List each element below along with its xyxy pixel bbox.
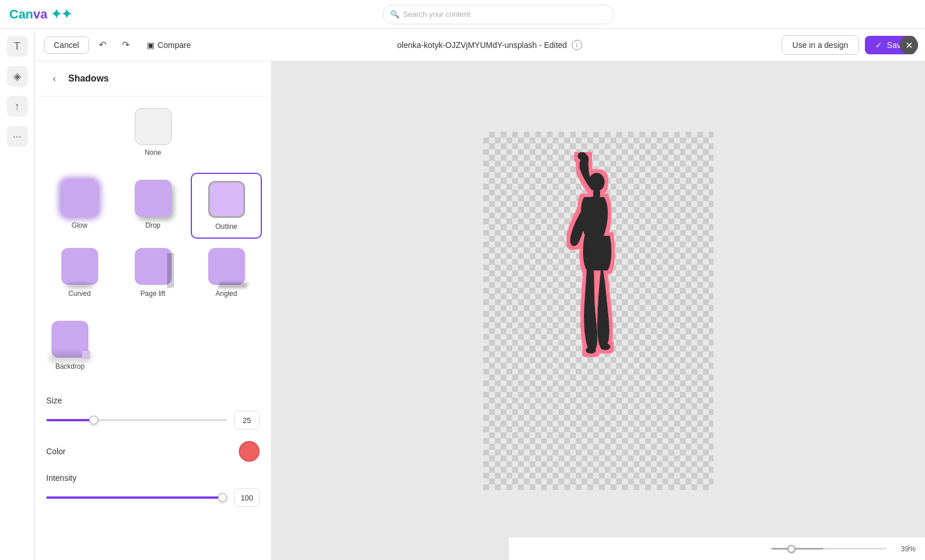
- rail-icon-more[interactable]: ···: [7, 126, 28, 147]
- info-icon[interactable]: i: [572, 40, 582, 50]
- file-name: olenka-kotyk-OJZVjMYUMdY-unsplash - Edit…: [397, 40, 567, 50]
- shadow-item-drop[interactable]: Drop: [117, 173, 188, 239]
- shadow-item-angled[interactable]: Angled: [191, 241, 262, 305]
- logo-accent: ✦✦: [51, 7, 72, 21]
- shadow-label-backdrop: Backdrop: [56, 362, 85, 370]
- shadow-preview-backdrop: [51, 321, 88, 358]
- zoom-slider[interactable]: [771, 548, 887, 550]
- shadow-item-outline[interactable]: Outline: [191, 173, 262, 239]
- header-search[interactable]: 🔍 Search your content: [383, 5, 614, 24]
- left-panel: ‹ Shadows None Glow: [35, 61, 272, 560]
- shadow-label-pagelift: Page lift: [140, 290, 165, 298]
- topbar-right: Use in a design ✓ Save: [782, 35, 916, 55]
- rail-icon-uploads[interactable]: ↑: [7, 96, 28, 117]
- zoom-slider-container: [771, 548, 887, 550]
- size-label: Size: [46, 396, 260, 405]
- shadow-backdrop-corner: [82, 351, 90, 359]
- shadow-preview-glow: [61, 180, 98, 217]
- cancel-button[interactable]: Cancel: [44, 36, 89, 54]
- svg-rect-3: [591, 196, 597, 238]
- shadow-label-none: None: [145, 149, 161, 157]
- dancer-svg: [541, 152, 656, 464]
- modal: Cancel ↶ ↷ ▣ Compare olenka-kotyk-OJZVjM…: [35, 29, 925, 560]
- svg-point-5: [600, 343, 610, 350]
- close-button[interactable]: ✕: [900, 36, 918, 54]
- shadow-preview-outline: [208, 181, 245, 218]
- shadow-item-curved[interactable]: Curved: [44, 241, 115, 305]
- color-control: Color: [46, 441, 260, 462]
- back-button[interactable]: ‹: [46, 71, 62, 87]
- intensity-control: Intensity 100: [46, 473, 260, 507]
- compare-icon: ▣: [147, 40, 154, 50]
- redo-button[interactable]: ↷: [117, 36, 135, 54]
- shadow-label-outline: Outline: [215, 222, 237, 231]
- shadow-item-glow[interactable]: Glow: [44, 173, 115, 239]
- shadow-preview-angled: [208, 248, 245, 285]
- canvas-content: [483, 132, 713, 490]
- size-value: 25: [234, 411, 260, 429]
- shadow-preview-none: [135, 108, 172, 145]
- canva-header: Canva ✦✦ 🔍 Search your content: [0, 0, 925, 29]
- color-row: Color: [46, 441, 260, 462]
- search-placeholder: Search your content: [403, 10, 470, 18]
- topbar: Cancel ↶ ↷ ▣ Compare olenka-kotyk-OJZVjM…: [35, 29, 925, 61]
- topbar-left: Cancel ↶ ↷ ▣ Compare: [44, 36, 198, 54]
- dancer-figure: [570, 152, 612, 354]
- shadow-item-pagelift[interactable]: Page lift: [117, 241, 188, 305]
- search-icon: 🔍: [390, 10, 399, 18]
- shadow-preview-pagelift: [135, 248, 172, 285]
- use-in-design-button[interactable]: Use in a design: [782, 35, 860, 55]
- shadow-label-glow: Glow: [72, 221, 87, 229]
- compare-button[interactable]: ▣ Compare: [140, 37, 198, 53]
- color-label: Color: [46, 447, 65, 456]
- zoom-percent: 39%: [893, 544, 916, 553]
- shadow-grid: Glow Drop Outline Curved: [35, 166, 271, 311]
- intensity-slider[interactable]: [46, 496, 227, 499]
- shadow-item-none[interactable]: None: [135, 103, 172, 164]
- canva-logo: Canva ✦✦: [9, 7, 72, 22]
- panel-header: ‹ Shadows: [35, 61, 271, 97]
- rail-icon-text[interactable]: T: [7, 36, 28, 57]
- shadow-label-drop: Drop: [145, 221, 160, 229]
- intensity-value: 100: [234, 488, 260, 507]
- save-check-icon: ✓: [875, 40, 882, 50]
- controls-section: Size 25 Color Intensity: [35, 387, 271, 528]
- intensity-label: Intensity: [46, 473, 260, 483]
- topbar-center: olenka-kotyk-OJZVjMYUMdY-unsplash - Edit…: [202, 40, 776, 50]
- color-swatch[interactable]: [239, 441, 260, 462]
- panel-title: Shadows: [68, 73, 109, 84]
- shadow-item-backdrop[interactable]: Backdrop: [44, 314, 96, 377]
- size-control: Size 25: [46, 396, 260, 429]
- svg-point-1: [578, 152, 587, 160]
- shadow-preview-curved: [61, 248, 98, 285]
- shadow-label-angled: Angled: [216, 290, 237, 298]
- shadow-preview-drop: [135, 180, 172, 217]
- intensity-slider-row: 100: [46, 488, 260, 507]
- size-slider-row: 25: [46, 411, 260, 429]
- size-slider[interactable]: [46, 419, 227, 421]
- bottom-bar: 39%: [509, 537, 925, 560]
- rail-icon-brand[interactable]: ◈: [7, 66, 28, 87]
- canvas-area: 39%: [272, 61, 925, 560]
- content: ‹ Shadows None Glow: [35, 61, 925, 560]
- svg-point-4: [586, 347, 596, 354]
- svg-rect-2: [593, 190, 600, 198]
- shadow-label-curved: Curved: [68, 290, 91, 298]
- dancer-container: [532, 143, 665, 473]
- compare-label: Compare: [158, 40, 191, 50]
- left-rail: ⊕ T ◈ ↑ ···: [0, 0, 35, 560]
- undo-button[interactable]: ↶: [94, 36, 112, 54]
